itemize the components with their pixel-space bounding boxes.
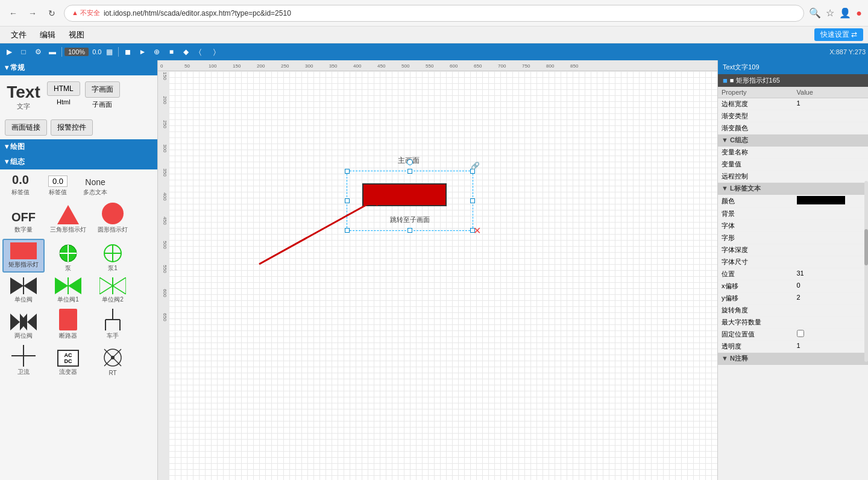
offset-display: 0.0 (92, 48, 101, 55)
bookmark-button[interactable]: ☆ (826, 7, 834, 19)
prop-row-gradient-color: 渐变颜色 (718, 122, 868, 134)
coords-display: X:887 Y:273 (829, 48, 866, 55)
tool1-button[interactable]: ◼ (121, 45, 134, 58)
section-drawing-header[interactable]: ▾ 绘图 (0, 139, 157, 154)
zimian-button[interactable]: 字画面 (85, 81, 120, 98)
search-action-button[interactable]: 🔍 (809, 7, 821, 19)
triangle-component[interactable]: 三角形指示灯 (47, 205, 89, 234)
valve2-component[interactable]: 单位阀1 (47, 277, 89, 304)
main-layout: ▾ 常规 Text 文字 HTML Html 字画面 子画面 画面链接 报警控件 (0, 60, 868, 480)
section-n-header[interactable]: ▼ N注释 (718, 353, 868, 365)
reload-button[interactable]: ↻ (45, 6, 59, 21)
car-label: 车手 (107, 332, 119, 340)
grid-tool-button[interactable]: ▦ (102, 45, 116, 58)
tool6-button[interactable]: 〈 (193, 45, 207, 58)
pump1-component[interactable]: 泵1 (92, 244, 134, 273)
breaker-component[interactable]: 断路器 (47, 309, 89, 340)
handle-top-left[interactable] (345, 169, 350, 174)
svg-text:500: 500 (162, 241, 168, 249)
valve3-icon (99, 277, 126, 294)
menu-file[interactable]: 文件 (5, 28, 33, 42)
handle-right-center[interactable] (470, 198, 475, 203)
svg-text:600: 600 (450, 63, 458, 69)
tool7-button[interactable]: 〉 (208, 45, 221, 58)
baojing-kongzhi-button[interactable]: 报警控件 (51, 119, 93, 136)
prop-row-remote-control: 远程控制 (718, 171, 868, 183)
pump-component[interactable]: 泵 (47, 244, 89, 273)
section-normal-header[interactable]: ▾ 常规 (0, 60, 157, 75)
left-panel: ▾ 常规 Text 文字 HTML Html 字画面 子画面 画面链接 报警控件 (0, 60, 158, 480)
acdc-icon: ACDC (57, 350, 79, 367)
toolbar: ▶ □ ⚙ ▬ 100% 0.0 ▦ ◼ ► ⊕ ■ ◆ 〈 〉 X:887 Y… (0, 43, 868, 60)
valve2-label: 单位阀1 (57, 295, 79, 304)
tool4-button[interactable]: ■ (165, 45, 178, 58)
notification-button[interactable]: ● (856, 8, 862, 19)
handle-bottom-left[interactable] (345, 228, 350, 233)
section-l-header[interactable]: ▼ L标签文本 (718, 183, 868, 195)
profile-button[interactable]: 👤 (839, 7, 851, 19)
rotate-handle[interactable] (407, 159, 413, 165)
value1-label: 标签值 (11, 188, 30, 197)
canvas-content[interactable]: 主画面 🔗 (169, 71, 717, 480)
prop-row-rotation: 旋转角度 (718, 305, 868, 317)
prop-row-var-name: 变量名称 (718, 147, 868, 159)
section-state-header[interactable]: ▾ 组态 (0, 154, 157, 169)
zoom-display: 100% (64, 48, 89, 56)
address-bar[interactable]: ▲ 不安全 iot.idosp.net/html/scada/editor.as… (64, 5, 804, 22)
tool2-button[interactable]: ► (136, 45, 149, 58)
minus-tool-button[interactable]: ▬ (46, 45, 59, 58)
handle-top-center[interactable] (407, 169, 412, 174)
delete-button[interactable]: ✕ (473, 225, 481, 236)
pump-label: 泵 (65, 264, 71, 273)
valve1-component[interactable]: 单位阀 (2, 277, 45, 304)
valve4-component[interactable]: 两位阀 (2, 314, 45, 340)
settings-tool-button[interactable]: ⚙ (31, 45, 45, 58)
meter-component[interactable]: 卫流 (2, 345, 45, 376)
copy-tool-button[interactable]: □ (17, 45, 30, 58)
value2-input[interactable]: 0.0 (48, 175, 68, 187)
rect-indicator-component[interactable]: 矩形指示灯 (2, 239, 45, 273)
valve1-icon (10, 277, 37, 294)
valve3-component[interactable]: 单位阀2 (92, 277, 134, 304)
svg-text:850: 850 (570, 63, 579, 69)
select-tool-button[interactable]: ▶ (2, 45, 16, 58)
car-component[interactable]: 车手 (92, 309, 134, 340)
svg-text:150: 150 (162, 72, 168, 80)
rect-indicator-canvas[interactable] (362, 183, 447, 206)
rect-indicator-label: 矩形指示灯 (8, 261, 39, 269)
jump-label: 跳转至子画面 (390, 215, 430, 224)
circle-component[interactable]: 圆形指示灯 (92, 203, 134, 234)
acdc-component[interactable]: ACDC 流变器 (47, 350, 89, 376)
fan-component[interactable]: RT (92, 347, 134, 376)
tool3-button[interactable]: ⊕ (150, 45, 163, 58)
back-button[interactable]: ← (6, 6, 20, 21)
svg-text:450: 450 (162, 216, 168, 225)
section-c-header[interactable]: ▼ C组态 (718, 134, 868, 147)
menu-edit[interactable]: 编辑 (34, 28, 61, 42)
svg-text:50: 50 (184, 63, 190, 69)
forward-button[interactable]: → (25, 6, 40, 21)
prop-row-font: 字体 (718, 220, 868, 232)
huamian-lianjie-button[interactable]: 画面链接 (5, 119, 47, 136)
color-swatch[interactable] (797, 196, 845, 204)
right-panel: Text文字109 ■ ■ 矩形指示灯165 Property Value 边框… (717, 60, 868, 480)
triangle-label: 三角形指示灯 (50, 226, 86, 234)
quick-settings-button[interactable]: 快速设置 ⇄ (814, 28, 863, 41)
svg-rect-29 (158, 60, 717, 71)
tool5-button[interactable]: ◆ (179, 45, 192, 58)
prop-rows-container: 边框宽度 1 渐变类型 渐变颜色 ▼ C组态 变量名称 (718, 98, 868, 365)
text-widget[interactable]: Text 文字 (2, 79, 45, 115)
prop-row-gradient-type: 渐变类型 (718, 110, 868, 122)
svg-text:700: 700 (498, 63, 506, 69)
handle-left-center[interactable] (345, 198, 350, 203)
meter-label: 卫流 (17, 368, 30, 376)
handle-bottom-center[interactable] (407, 228, 412, 233)
selection-box[interactable]: 🔗 跳转至子画面 (347, 171, 473, 231)
right-header-text: Text文字109 (723, 63, 760, 72)
fixed-position-checkbox[interactable] (797, 330, 804, 337)
menu-view[interactable]: 视图 (63, 28, 90, 42)
html-button[interactable]: HTML (47, 81, 80, 96)
prop-row-border-width: 边框宽度 1 (718, 98, 868, 110)
scrollbar-thumb[interactable] (864, 229, 868, 265)
right-panel-header: Text文字109 (718, 60, 868, 74)
